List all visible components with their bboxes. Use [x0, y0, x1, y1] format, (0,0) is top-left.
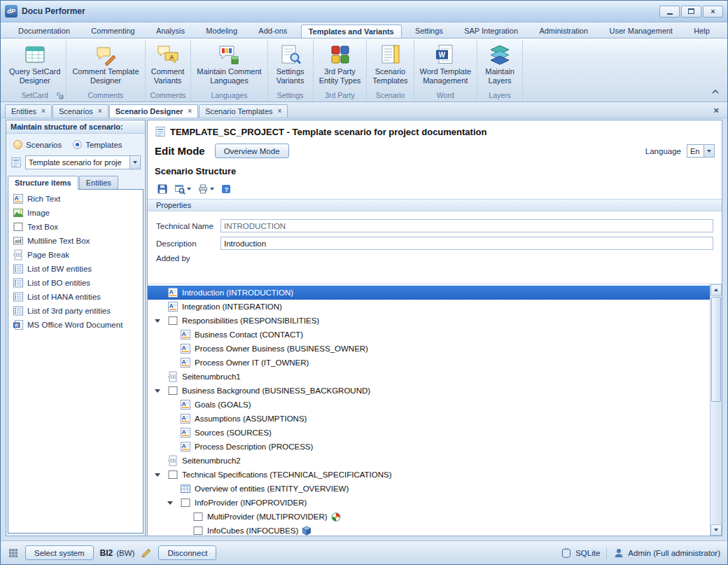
document-tab-scenario-designer[interactable]: Scenario Designer× — [109, 104, 198, 118]
structure-tree: AIntroduction (INTRODUCTION)AIntegration… — [148, 284, 710, 536]
tree-item[interactable]: InfoProvider (INFOPROVIDER) — [148, 496, 710, 510]
structure-item-list-of-bo-entities[interactable]: List of BO entities — [8, 276, 143, 290]
tree-item[interactable]: AIntegration (INTEGRATION) — [148, 300, 710, 314]
menu-tab-commenting[interactable]: Commenting — [83, 24, 142, 38]
print-button[interactable] — [195, 181, 216, 197]
structure-item-rich-text[interactable]: ARich Text — [8, 192, 143, 206]
preview-button[interactable] — [172, 181, 193, 197]
ribbon-group-label: Layers — [479, 91, 520, 102]
language-select[interactable]: En — [687, 144, 715, 158]
systems-grid-icon[interactable] — [8, 547, 19, 559]
menu-tab-templates-and-variants[interactable]: Templates and Variants — [301, 25, 402, 39]
structure-item-label: List of HANA entities — [27, 293, 101, 301]
structure-item-text-box[interactable]: Text Box — [8, 220, 143, 234]
image-icon — [13, 207, 24, 218]
tree-item-label: Process Owner Business (BUSINESS_OWNER) — [195, 344, 368, 353]
structure-item-image[interactable]: Image — [8, 206, 143, 220]
maximize-button[interactable] — [681, 6, 701, 18]
sidebar-tab-entities[interactable]: Entities — [79, 176, 118, 190]
scroll-up-button[interactable] — [710, 284, 722, 295]
menu-tab-documentation[interactable]: Documentation — [10, 24, 78, 38]
ribbon-button-comment-template-designer[interactable]: Comment TemplateDesigner — [69, 41, 142, 91]
document-tab-scenarios[interactable]: Scenarios× — [52, 104, 108, 118]
expander-icon[interactable] — [155, 319, 167, 323]
structure-item-list-of-hana-entities[interactable]: List of HANA entities — [8, 290, 143, 304]
tree-item[interactable]: AIntroduction (INTRODUCTION) — [148, 286, 710, 300]
edit-system-pencil-icon[interactable] — [141, 547, 152, 559]
help-button[interactable]: ? — [218, 181, 234, 197]
description-field[interactable] — [220, 237, 713, 250]
menu-tab-analysis[interactable]: Analysis — [148, 24, 192, 38]
disconnect-button[interactable]: Disconnect — [158, 545, 216, 560]
save-button[interactable] — [155, 181, 170, 197]
collapse-ribbon-icon[interactable] — [710, 88, 720, 96]
structure-item-list-of-3rd-party-entities[interactable]: List of 3rd party entities — [8, 304, 143, 318]
radio-templates[interactable]: Templates — [73, 140, 122, 149]
expander-icon[interactable] — [155, 389, 167, 393]
scrollbar-track[interactable] — [710, 295, 722, 524]
tree-item-label: Goals (GOALS) — [195, 400, 251, 409]
sidebar-tab-structure-items[interactable]: Structure items — [8, 176, 78, 190]
tree-item[interactable]: Seitenumbruch1 — [148, 370, 710, 384]
document-tab-entities[interactable]: Entities× — [5, 104, 52, 118]
language-select-arrow[interactable] — [704, 145, 714, 157]
ribbon-button-3rd-party-entity-types[interactable]: 3rd PartyEntity Types — [316, 41, 365, 91]
close-tab-icon[interactable]: × — [41, 108, 46, 115]
template-select[interactable]: Template scenario for proje — [25, 155, 141, 169]
overview-mode-button[interactable]: Overview Mode — [215, 144, 289, 158]
menu-tab-sap-integration[interactable]: SAP Integration — [456, 24, 526, 38]
tree-item[interactable]: InfoCubes (INFOCUBES) — [148, 524, 710, 536]
scrollbar-thumb[interactable] — [711, 297, 721, 402]
close-tab-icon[interactable]: × — [188, 108, 192, 115]
select-system-button[interactable]: Select system — [25, 545, 94, 560]
close-button[interactable]: × — [703, 6, 723, 18]
ribbon-button-word-template-management[interactable]: WWord TemplateManagement — [416, 41, 475, 91]
tree-item[interactable]: AGoals (GOALS) — [148, 398, 710, 412]
radio-scenarios[interactable]: Scenarios — [13, 140, 62, 149]
ribbon-button-comment-variants[interactable]: ACommentVariants — [148, 41, 188, 91]
database-icon — [561, 547, 572, 559]
tree-item[interactable]: MultiProvider (MULTIPROVIDER) — [148, 510, 710, 524]
menu-tab-help[interactable]: Help — [686, 24, 718, 38]
technical-name-field[interactable] — [220, 219, 713, 232]
ribbon-button-maintain-comment-languages[interactable]: Maintain CommentLanguages — [193, 41, 265, 91]
ribbon-group-label: Scenario — [369, 91, 411, 102]
tree-item[interactable]: ABusiness Contact (CONTACT) — [148, 328, 710, 342]
tree-item[interactable]: ASources (SOURCES) — [148, 426, 710, 440]
menu-tab-add-ons[interactable]: Add-ons — [251, 24, 295, 38]
expander-icon[interactable] — [155, 473, 167, 477]
ribbon-button-query-setcard-designer[interactable]: Query SetCardDesigner — [6, 41, 64, 91]
close-tab-icon[interactable]: × — [278, 108, 282, 115]
tree-item[interactable]: AProcess Description (PROCESS) — [148, 440, 710, 454]
structure-item-multiline-text-box[interactable]: abMultiline Text Box — [8, 234, 143, 248]
close-tab-icon[interactable]: × — [98, 108, 102, 115]
tree-item[interactable]: Technical Specifications (TECHNICAL_SPEC… — [148, 468, 710, 482]
template-select-arrow[interactable] — [130, 156, 140, 169]
tree-scrollbar[interactable] — [710, 284, 722, 536]
ribbon-button-scenario-templates[interactable]: ScenarioTemplates — [369, 41, 411, 91]
tree-item[interactable]: Overview of entities (ENTITY_OVERVIEW) — [148, 482, 710, 496]
entity-list-icon — [13, 277, 24, 288]
tree-item[interactable]: Business Background (BUSINESS_BACKGROUND… — [148, 384, 710, 398]
tree-item[interactable]: Seitenumbruch2 — [148, 454, 710, 468]
tree-item[interactable]: AProcess Owner IT (IT_OWNER) — [148, 356, 710, 370]
menu-tab-administration[interactable]: Administration — [531, 24, 596, 38]
ribbon-button-settings-variants[interactable]: SettingsVariants — [270, 41, 311, 91]
structure-item-ms-office-word-document[interactable]: WMS Office Word Document — [8, 318, 143, 332]
document-tab-scenario-templates[interactable]: Scenario Templates× — [199, 104, 288, 118]
tree-item[interactable]: Responsibilities (RESPONSIBILITIES) — [148, 314, 710, 328]
tree-item[interactable]: AAssumptions (ASSUMPTIONS) — [148, 412, 710, 426]
tree-item[interactable]: AProcess Owner Business (BUSINESS_OWNER) — [148, 342, 710, 356]
menu-tab-settings[interactable]: Settings — [407, 24, 451, 38]
structure-item-page-break[interactable]: Page Break — [8, 248, 143, 262]
close-document-icon[interactable]: × — [709, 105, 723, 118]
scroll-down-button[interactable] — [710, 524, 722, 536]
menu-tab-modeling[interactable]: Modeling — [198, 24, 245, 38]
dialog-launcher-icon[interactable] — [56, 92, 64, 100]
menu-tab-user-management[interactable]: User Management — [601, 24, 680, 38]
expander-icon[interactable] — [167, 501, 180, 505]
window-title: Docu Performer — [22, 6, 85, 16]
structure-item-list-of-bw-entities[interactable]: List of BW entities — [8, 262, 143, 276]
minimize-button[interactable] — [659, 6, 680, 18]
ribbon-button-maintain-layers[interactable]: MaintainLayers — [479, 41, 520, 91]
